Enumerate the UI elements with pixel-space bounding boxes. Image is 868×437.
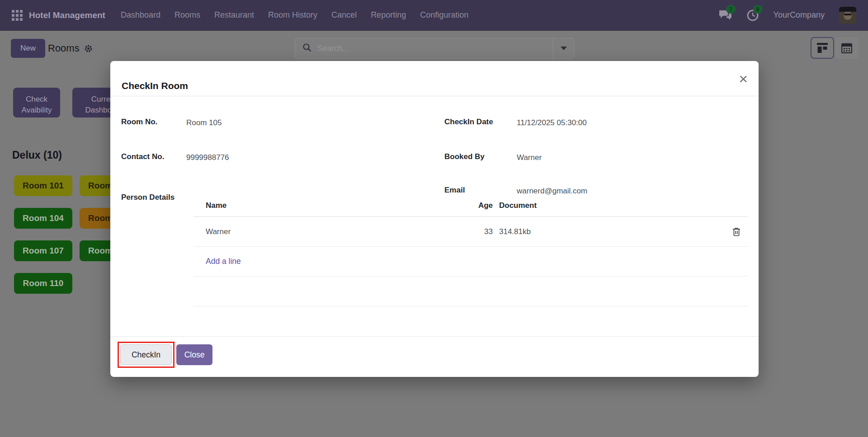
search-icon [302, 43, 312, 54]
dialog-footer: CheckIn Close [110, 336, 759, 377]
top-navbar: Hotel Management Dashboard Rooms Restaur… [0, 0, 868, 31]
checkin-room-dialog: CheckIn Room × Room No. Room 105 Contact… [110, 61, 759, 377]
checkin-date-value: 11/12/2025 05:30:00 [517, 118, 587, 127]
close-button[interactable]: Close [176, 344, 212, 365]
chevron-down-icon [561, 47, 567, 50]
empty-table-row [193, 306, 748, 336]
activities-count-badge: 8 [753, 5, 763, 14]
menu-cancel[interactable]: Cancel [331, 10, 357, 20]
search-input[interactable] [317, 44, 553, 53]
view-switcher [811, 37, 859, 59]
avatar-face [844, 11, 852, 20]
search-bar [295, 38, 574, 59]
avatar-glasses [844, 14, 851, 15]
gear-icon[interactable] [84, 44, 93, 53]
room-no-label: Room No. [121, 117, 157, 127]
table-header-row: Name Age Document [193, 194, 748, 217]
delete-row-button[interactable] [732, 227, 741, 236]
new-button[interactable]: New [11, 39, 45, 58]
messages-icon[interactable]: 7 [719, 9, 732, 22]
room-button[interactable]: Room 104 [14, 208, 72, 229]
column-header-name: Name [193, 201, 466, 210]
email-label: Email [444, 186, 465, 195]
avatar-hair [839, 7, 856, 12]
booked-by-label: Booked By [444, 152, 485, 161]
check-availability-button[interactable]: Check Avaibility [13, 88, 60, 117]
user-avatar[interactable] [839, 7, 856, 24]
activities-clock-icon[interactable]: 8 [746, 9, 759, 22]
person-details-label: Person Details [121, 193, 175, 202]
dialog-header: CheckIn Room × [110, 61, 759, 96]
calendar-icon [841, 42, 852, 53]
trash-icon [732, 227, 741, 236]
person-age-cell: 33 [466, 227, 493, 236]
person-details-table: Name Age Document Warner 33 314.81kb [193, 194, 748, 336]
menu-dashboard[interactable]: Dashboard [121, 10, 160, 20]
room-button[interactable]: Room 110 [14, 273, 72, 294]
contact-no-value: 9999988776 [186, 153, 229, 162]
menu-rooms[interactable]: Rooms [175, 10, 200, 20]
dialog-title: CheckIn Room [122, 79, 188, 93]
messages-count-badge: 7 [726, 5, 736, 14]
booked-by-value: Warner [517, 153, 542, 162]
add-line-row: Add a line [193, 247, 748, 277]
room-no-value: Room 105 [186, 118, 222, 127]
menu-reporting[interactable]: Reporting [371, 10, 406, 20]
checkin-date-label: CheckIn Date [444, 117, 493, 127]
app-title: Hotel Management [29, 10, 105, 20]
kanban-view-button[interactable] [811, 37, 834, 59]
apps-grid-icon[interactable] [12, 10, 23, 21]
room-button[interactable]: Room 101 [14, 175, 72, 196]
main-menu: Dashboard Rooms Restaurant Room History … [121, 10, 468, 20]
empty-table-row [193, 277, 748, 306]
column-header-document: Document [493, 201, 725, 210]
column-header-age: Age [466, 201, 493, 210]
table-row[interactable]: Warner 33 314.81kb [193, 217, 748, 247]
contact-no-label: Contact No. [121, 152, 164, 161]
calendar-view-button[interactable] [835, 37, 859, 59]
page-title: Rooms [48, 42, 80, 54]
room-category-heading: Delux (10) [12, 149, 62, 161]
person-name-cell: Warner [193, 227, 466, 236]
person-document-cell: 314.81kb [493, 227, 725, 236]
menu-configuration[interactable]: Configuration [420, 10, 468, 20]
checkin-button[interactable]: CheckIn [120, 344, 172, 365]
menu-restaurant[interactable]: Restaurant [214, 10, 254, 20]
menu-room-history[interactable]: Room History [268, 10, 317, 20]
control-panel: New Rooms [0, 31, 868, 65]
add-a-line-link[interactable]: Add a line [206, 257, 241, 266]
company-name[interactable]: YourCompany [774, 10, 825, 20]
kanban-icon [817, 43, 828, 53]
search-dropdown-toggle[interactable] [553, 38, 574, 58]
room-button[interactable]: Room 107 [14, 240, 72, 261]
close-icon[interactable]: × [739, 71, 748, 86]
